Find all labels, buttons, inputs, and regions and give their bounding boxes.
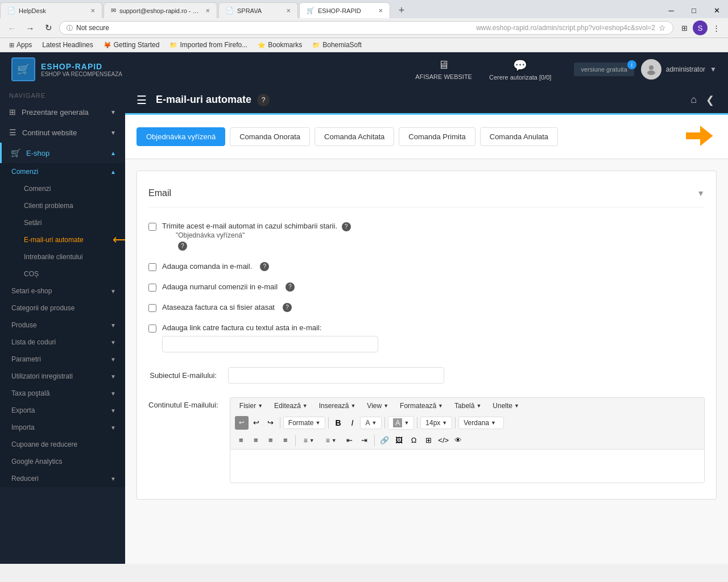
home-button[interactable]: ⌂: [688, 92, 699, 109]
minimize-button[interactable]: ─: [660, 2, 682, 18]
subject-input[interactable]: [228, 367, 444, 384]
sidebar-item-categorii[interactable]: Categorii de produse: [0, 300, 125, 317]
toolbar-unelte[interactable]: Unelte ▼: [488, 400, 524, 411]
sidebar-item-cupoane[interactable]: Cupoane de reducere: [0, 436, 125, 453]
align-justify-icon[interactable]: ≡: [279, 434, 292, 447]
indent-icon[interactable]: ⇥: [358, 434, 371, 447]
browser-tab-3[interactable]: 📄 SPRAVA ×: [218, 2, 298, 18]
sidebar-item-eshop[interactable]: 🛒 E-shop ▲: [0, 143, 125, 163]
link-icon[interactable]: 🔗: [378, 434, 391, 447]
undo-history-icon[interactable]: ↩: [235, 416, 249, 430]
toolbar-fisier[interactable]: Fisier ▼: [235, 400, 267, 411]
sidebar-item-taxa[interactable]: Taxa poştală ▼: [0, 385, 125, 402]
tab-primita[interactable]: Comanda Primita: [399, 127, 475, 146]
sidebar-item-setari-eshop[interactable]: Setari e-shop ▼: [0, 282, 125, 300]
refresh-button[interactable]: ↻: [41, 20, 56, 35]
redo-icon[interactable]: ↪: [264, 417, 277, 429]
toolbar-tabela[interactable]: Tabelă ▼: [450, 400, 486, 411]
bookmark-started[interactable]: 🦊 Getting Started: [99, 40, 164, 50]
list-unordered-btn[interactable]: ≡ ▼: [299, 435, 319, 446]
bookmark-headlines[interactable]: Latest Headlines: [38, 40, 97, 50]
bg-color-btn[interactable]: A ▼: [388, 416, 414, 430]
info-icon-1b[interactable]: ?: [178, 242, 187, 251]
sidebar-item-continut[interactable]: ☰ Continut website ▼: [0, 122, 125, 143]
back-button[interactable]: ←: [5, 20, 19, 35]
sidebar-item-analytics[interactable]: Google Analytics: [0, 453, 125, 470]
browser-tab-1[interactable]: 📄 HelpDesk ×: [0, 2, 102, 18]
tab-onorata[interactable]: Comanda Onorata: [230, 127, 310, 146]
forward-button[interactable]: →: [23, 20, 38, 35]
sidebar-item-setari[interactable]: Setări: [17, 214, 125, 231]
browser-tab-2[interactable]: ✉ support@eshop-rapid.ro - Mail ×: [104, 2, 217, 18]
sidebar-item-reduceri[interactable]: Reduceri ▼: [0, 470, 125, 487]
sidebar-item-cos[interactable]: COȘ: [17, 265, 125, 282]
sidebar-item-produse[interactable]: Produse ▼: [0, 317, 125, 334]
address-bar[interactable]: ⓘ Not secure www.eshop-rapid.ro/admin/sc…: [59, 21, 673, 35]
align-left-icon[interactable]: ≡: [235, 434, 247, 447]
tab-anulata[interactable]: Comanda Anulata: [480, 127, 558, 146]
toolbar-formateaza[interactable]: Formatează ▼: [395, 400, 448, 411]
align-center-icon[interactable]: ≡: [250, 434, 262, 447]
bookmark-bohemia[interactable]: 📁 BohemiaSoft: [308, 40, 366, 50]
sidebar-item-utilizatori[interactable]: Utilizatori inregistrati ▼: [0, 368, 125, 385]
close-button[interactable]: ✕: [705, 2, 728, 18]
toolbar-insereaza[interactable]: Inserează ▼: [315, 400, 361, 411]
tab-close-4[interactable]: ×: [378, 6, 383, 15]
checkbox3-label[interactable]: Adauga numarul comenzii in e-mail ?: [148, 282, 295, 292]
undo-icon[interactable]: ↩: [250, 417, 263, 429]
hamburger-button[interactable]: ☰: [136, 93, 147, 107]
bookmark-imported[interactable]: 📁 Imported from Firefo...: [165, 40, 252, 50]
text-color-btn[interactable]: A ▼: [360, 417, 382, 429]
bold-icon[interactable]: B: [332, 417, 344, 429]
font-size-btn[interactable]: 14px ▼: [420, 417, 452, 429]
preview-icon[interactable]: 👁: [452, 434, 465, 447]
italic-icon[interactable]: I: [346, 417, 358, 429]
outdent-icon[interactable]: ⇤: [344, 434, 356, 447]
toolbar-editeaza[interactable]: Editează ▼: [270, 400, 312, 411]
image-icon[interactable]: 🖼: [393, 434, 406, 447]
checkbox5-input[interactable]: [148, 325, 156, 332]
format-dropdown[interactable]: Formate ▼: [283, 417, 326, 429]
checkbox5-label[interactable]: Adauga link catre factura cu textul asta…: [148, 323, 321, 332]
tab-close-3[interactable]: ×: [286, 6, 291, 15]
info-dot-icon[interactable]: i: [627, 60, 636, 69]
toolbar-view[interactable]: View ▼: [362, 400, 393, 411]
profile-button[interactable]: S: [693, 20, 708, 35]
checkbox1-label[interactable]: Trimite acest e-mail automat in cazul sc…: [148, 222, 351, 251]
sidebar-item-prezentare[interactable]: ⊞ Prezentare generala ▼: [0, 102, 125, 122]
checkbox3-input[interactable]: [148, 284, 156, 292]
tab-objednavka[interactable]: Objednávka vyřízená: [136, 127, 225, 146]
sidebar-item-comenzi-parent[interactable]: Comenzi ▲: [0, 163, 125, 180]
info-icon-2[interactable]: ?: [260, 262, 269, 271]
code-icon[interactable]: </>: [437, 434, 450, 447]
checkbox2-label[interactable]: Adauga comanda in e-mail. ?: [148, 262, 269, 271]
checkbox1-input[interactable]: [148, 223, 156, 231]
sidebar-item-parametri[interactable]: Parametri ▼: [0, 351, 125, 368]
tab-achitata[interactable]: Comanda Achitata: [315, 127, 394, 146]
sidebar-item-email-automate[interactable]: E-mail-uri automate ⟵: [17, 231, 125, 248]
link-text-input[interactable]: [162, 336, 378, 352]
new-tab-button[interactable]: +: [394, 2, 410, 18]
info-icon-4[interactable]: ?: [283, 303, 292, 312]
sidebar-item-comenzi[interactable]: Comenzi: [17, 180, 125, 197]
help-circle-icon[interactable]: ?: [257, 94, 270, 106]
nav-cerere[interactable]: 💬 Cerere autorizata [0/0]: [489, 59, 551, 81]
bookmark-star-icon[interactable]: ☆: [659, 23, 666, 32]
bookmark-bookmarks[interactable]: ⭐ Bookmarks: [253, 40, 307, 50]
extensions-button[interactable]: ⊞: [677, 20, 692, 35]
admin-area[interactable]: administrator ▼: [641, 59, 717, 80]
section-toggle-icon[interactable]: ▼: [697, 189, 705, 198]
tab-close-2[interactable]: ×: [205, 6, 210, 15]
checkbox4-label[interactable]: Ataseaza factura ca si fisier atasat ?: [148, 303, 292, 312]
menu-button[interactable]: ⋮: [709, 20, 723, 35]
bookmark-apps[interactable]: ⊞ Apps: [5, 40, 36, 50]
special-chars-icon[interactable]: Ω: [408, 434, 420, 447]
maximize-button[interactable]: □: [682, 2, 705, 18]
list-ordered-btn[interactable]: ≡ ▼: [321, 435, 341, 446]
info-icon-3[interactable]: ?: [286, 282, 295, 292]
nav-website[interactable]: 🖥 AFISARE WEBSITE: [415, 59, 472, 80]
checkbox4-input[interactable]: [148, 304, 156, 312]
sidebar-item-importa[interactable]: Importa ▼: [0, 419, 125, 436]
editor-content-area[interactable]: [230, 449, 705, 483]
sidebar-item-coduri[interactable]: Lista de coduri ▼: [0, 334, 125, 351]
